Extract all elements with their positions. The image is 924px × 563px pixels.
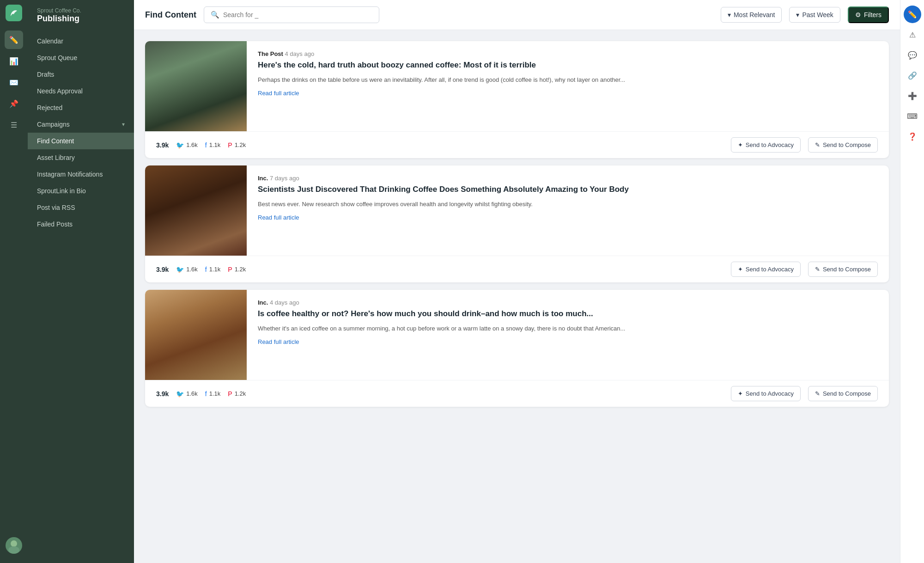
facebook-count: 1.1k xyxy=(209,266,221,273)
sidebar-item-instagram-notifications[interactable]: Instagram Notifications xyxy=(28,166,134,183)
pinterest-count: 1.2k xyxy=(235,266,246,273)
facebook-icon: f xyxy=(205,390,207,398)
rail-icon-group: ✏️ 📊 ✉️ 📌 ☰ xyxy=(5,31,23,537)
keyboard-icon[interactable]: ⌨ xyxy=(904,107,921,125)
read-full-article-link[interactable]: Read full article xyxy=(258,214,299,221)
twitter-icon: 🐦 xyxy=(176,141,184,149)
sidebar-item-calendar[interactable]: Calendar xyxy=(28,33,134,49)
article-time: 4 days ago xyxy=(285,50,315,57)
svg-point-0 xyxy=(11,540,17,547)
article-source: Inc. 7 days ago xyxy=(258,175,878,182)
stat-facebook: f 1.1k xyxy=(205,141,220,149)
article-source: Inc. 4 days ago xyxy=(258,299,878,306)
stat-pinterest: P 1.2k xyxy=(228,266,246,273)
send-to-compose-button[interactable]: ✎ Send to Compose xyxy=(808,262,878,277)
compose-icon[interactable]: ✏️ xyxy=(904,6,921,23)
article-excerpt: Whether it's an iced coffee on a summer … xyxy=(258,324,878,333)
sidebar-item-find-content[interactable]: Find Content xyxy=(28,133,134,149)
sidebar-item-label: Post via RSS xyxy=(37,204,125,211)
stat-pinterest: P 1.2k xyxy=(228,390,246,398)
search-box[interactable]: 🔍 xyxy=(204,6,379,23)
stat-twitter: 🐦 1.6k xyxy=(176,141,198,149)
sidebar-item-rejected[interactable]: Rejected xyxy=(28,99,134,116)
sidebar-item-sprout-queue[interactable]: Sprout Queue xyxy=(28,49,134,66)
article-title: Is coffee healthy or not? Here's how muc… xyxy=(258,309,878,319)
article-source: The Post 4 days ago xyxy=(258,50,878,57)
sidebar-item-campaigns[interactable]: Campaigns▾ xyxy=(28,116,134,133)
app-logo[interactable] xyxy=(6,5,22,21)
search-input[interactable] xyxy=(223,11,372,18)
pinterest-icon: P xyxy=(228,141,232,149)
alert-icon[interactable]: ⚠ xyxy=(904,26,921,43)
advocacy-icon: ✦ xyxy=(738,390,743,397)
send-to-compose-button[interactable]: ✎ Send to Compose xyxy=(808,386,878,401)
sidebar-item-asset-library[interactable]: Asset Library xyxy=(28,149,134,166)
sidebar-item-label: Asset Library xyxy=(37,154,125,161)
twitter-icon: 🐦 xyxy=(176,266,184,273)
source-name: The Post xyxy=(258,50,283,57)
rail-reports-icon[interactable]: 📊 xyxy=(5,52,23,70)
send-to-compose-button[interactable]: ✎ Send to Compose xyxy=(808,137,878,153)
stat-twitter: 🐦 1.6k xyxy=(176,390,198,398)
sidebar-item-label: Campaigns xyxy=(37,121,122,128)
sidebar-item-drafts[interactable]: Drafts xyxy=(28,66,134,83)
twitter-icon: 🐦 xyxy=(176,390,184,398)
pinterest-icon: P xyxy=(228,266,232,273)
sidebar-item-post-via-rss[interactable]: Post via RSS xyxy=(28,199,134,216)
twitter-count: 1.6k xyxy=(186,390,198,397)
user-avatar[interactable] xyxy=(6,537,22,554)
article-footer: 3.9k 🐦 1.6k f 1.1k P 1.2k ✦ Send to Advo… xyxy=(145,131,889,158)
source-name: Inc. xyxy=(258,299,268,306)
sidebar-item-label: SproutLink in Bio xyxy=(37,187,125,195)
add-icon[interactable]: ➕ xyxy=(904,87,921,104)
sidebar-item-needs-approval[interactable]: Needs Approval xyxy=(28,83,134,99)
rail-publishing-icon[interactable]: ✏️ xyxy=(5,31,23,49)
article-footer: 3.9k 🐦 1.6k f 1.1k P 1.2k ✦ Send to Advo… xyxy=(145,256,889,282)
read-full-article-link[interactable]: Read full article xyxy=(258,90,299,97)
article-inner: Inc. 7 days ago Scientists Just Discover… xyxy=(145,165,889,256)
sidebar-item-label: Find Content xyxy=(37,137,125,145)
advocacy-icon: ✦ xyxy=(738,266,743,273)
stat-facebook: f 1.1k xyxy=(205,266,220,273)
pinterest-icon: P xyxy=(228,390,232,398)
sidebar-nav: CalendarSprout QueueDraftsNeeds Approval… xyxy=(28,33,134,563)
sidebar-item-sproutlink-in-bio[interactable]: SproutLink in Bio xyxy=(28,183,134,199)
help-icon[interactable]: ❓ xyxy=(904,128,921,145)
chevron-down-icon: ▾ xyxy=(728,11,731,18)
sidebar-item-failed-posts[interactable]: Failed Posts xyxy=(28,216,134,233)
past-week-button[interactable]: ▾ Past Week xyxy=(789,7,840,23)
facebook-count: 1.1k xyxy=(209,141,221,148)
most-relevant-button[interactable]: ▾ Most Relevant xyxy=(721,7,782,23)
article-inner: Inc. 4 days ago Is coffee healthy or not… xyxy=(145,290,889,380)
rail-menu-icon[interactable]: ☰ xyxy=(5,116,23,134)
article-excerpt: Best news ever. New research show coffee… xyxy=(258,200,878,209)
stat-facebook: f 1.1k xyxy=(205,390,220,398)
source-name: Inc. xyxy=(258,175,268,182)
facebook-icon: f xyxy=(205,141,207,149)
sidebar-brand: Sprout Coffee Co. Publishing xyxy=(28,7,134,33)
twitter-count: 1.6k xyxy=(186,266,198,273)
send-to-advocacy-button[interactable]: ✦ Send to Advocacy xyxy=(731,262,801,277)
right-rail: ✏️ ⚠ 💬 🔗 ➕ ⌨ ❓ xyxy=(900,0,924,563)
send-to-advocacy-button[interactable]: ✦ Send to Advocacy xyxy=(731,137,801,153)
article-image xyxy=(145,165,247,256)
facebook-count: 1.1k xyxy=(209,390,221,397)
compose-icon: ✎ xyxy=(815,266,820,273)
main-content: Find Content 🔍 ▾ Most Relevant ▾ Past We… xyxy=(134,0,900,563)
sidebar-item-label: Failed Posts xyxy=(37,220,125,228)
link-icon[interactable]: 🔗 xyxy=(904,67,921,84)
rail-inbox-icon[interactable]: ✉️ xyxy=(5,73,23,92)
company-name: Sprout Coffee Co. xyxy=(37,7,125,14)
rail-tasks-icon[interactable]: 📌 xyxy=(5,94,23,113)
article-footer: 3.9k 🐦 1.6k f 1.1k P 1.2k ✦ Send to Advo… xyxy=(145,380,889,407)
filters-button[interactable]: ⚙ Filters xyxy=(848,6,889,23)
sidebar-item-label: Needs Approval xyxy=(37,87,125,95)
message-icon[interactable]: 💬 xyxy=(904,46,921,64)
pinterest-count: 1.2k xyxy=(235,141,246,148)
read-full-article-link[interactable]: Read full article xyxy=(258,338,299,345)
stat-total: 3.9k xyxy=(156,266,169,273)
stat-total: 3.9k xyxy=(156,390,169,398)
pinterest-count: 1.2k xyxy=(235,390,246,397)
send-to-advocacy-button[interactable]: ✦ Send to Advocacy xyxy=(731,386,801,401)
svg-point-1 xyxy=(8,546,19,554)
